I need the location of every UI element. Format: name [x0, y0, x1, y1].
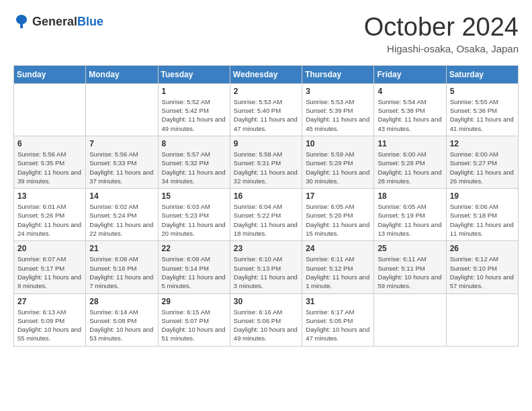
calendar-cell: 10Sunrise: 5:59 AMSunset: 5:29 PMDayligh…	[302, 136, 374, 188]
calendar-cell: 2Sunrise: 5:53 AMSunset: 5:40 PMDaylight…	[230, 83, 302, 136]
calendar-cell: 16Sunrise: 6:04 AMSunset: 5:22 PMDayligh…	[230, 189, 302, 241]
calendar-cell: 17Sunrise: 6:05 AMSunset: 5:20 PMDayligh…	[302, 189, 374, 241]
day-info: Sunrise: 6:05 AMSunset: 5:20 PMDaylight:…	[306, 202, 370, 238]
calendar-cell: 7Sunrise: 5:56 AMSunset: 5:33 PMDaylight…	[86, 136, 158, 188]
calendar-cell: 22Sunrise: 6:09 AMSunset: 5:14 PMDayligh…	[158, 241, 230, 293]
calendar-week-row: 13Sunrise: 6:01 AMSunset: 5:26 PMDayligh…	[14, 189, 519, 241]
location-title: Higashi-osaka, Osaka, Japan	[364, 43, 519, 54]
day-info: Sunrise: 6:17 AMSunset: 5:05 PMDaylight:…	[306, 308, 370, 343]
calendar-week-row: 20Sunrise: 6:07 AMSunset: 5:17 PMDayligh…	[14, 241, 519, 293]
calendar-cell	[14, 83, 86, 136]
day-number: 11	[378, 139, 442, 148]
page-header: GeneralBlue October 2024 Higashi-osaka, …	[13, 13, 519, 54]
day-info: Sunrise: 5:57 AMSunset: 5:32 PMDaylight:…	[162, 150, 226, 185]
day-number: 29	[162, 297, 226, 306]
day-info: Sunrise: 5:58 AMSunset: 5:31 PMDaylight:…	[234, 150, 298, 185]
day-number: 3	[306, 87, 370, 96]
logo-icon	[13, 13, 30, 30]
calendar-cell: 20Sunrise: 6:07 AMSunset: 5:17 PMDayligh…	[14, 241, 86, 293]
day-info: Sunrise: 5:54 AMSunset: 5:38 PMDaylight:…	[378, 97, 442, 133]
calendar-header-row: SundayMondayTuesdayWednesdayThursdayFrid…	[14, 65, 519, 83]
day-number: 12	[450, 139, 515, 148]
weekday-header: Friday	[374, 65, 446, 83]
day-info: Sunrise: 5:52 AMSunset: 5:42 PMDaylight:…	[162, 97, 226, 133]
day-number: 20	[17, 244, 82, 253]
calendar-cell: 11Sunrise: 6:00 AMSunset: 5:28 PMDayligh…	[374, 136, 446, 188]
day-info: Sunrise: 6:11 AMSunset: 5:11 PMDaylight:…	[378, 255, 442, 290]
calendar-cell	[446, 293, 518, 346]
calendar-cell: 9Sunrise: 5:58 AMSunset: 5:31 PMDaylight…	[230, 136, 302, 188]
calendar-cell: 24Sunrise: 6:11 AMSunset: 5:12 PMDayligh…	[302, 241, 374, 293]
day-number: 13	[17, 191, 82, 201]
day-number: 7	[89, 139, 154, 148]
day-number: 31	[306, 297, 370, 306]
logo-text: GeneralBlue	[32, 15, 103, 29]
day-info: Sunrise: 6:05 AMSunset: 5:19 PMDaylight:…	[378, 202, 442, 238]
day-number: 6	[17, 139, 82, 148]
calendar-week-row: 6Sunrise: 5:56 AMSunset: 5:35 PMDaylight…	[14, 136, 519, 188]
day-info: Sunrise: 6:12 AMSunset: 5:10 PMDaylight:…	[450, 255, 515, 290]
day-info: Sunrise: 6:00 AMSunset: 5:27 PMDaylight:…	[450, 150, 515, 185]
day-info: Sunrise: 6:08 AMSunset: 5:16 PMDaylight:…	[89, 255, 154, 290]
day-info: Sunrise: 6:16 AMSunset: 5:06 PMDaylight:…	[234, 308, 298, 343]
day-info: Sunrise: 5:55 AMSunset: 5:36 PMDaylight:…	[450, 97, 515, 133]
day-number: 25	[378, 244, 442, 253]
day-number: 23	[234, 244, 298, 253]
day-info: Sunrise: 6:14 AMSunset: 5:08 PMDaylight:…	[89, 308, 154, 343]
calendar-cell: 30Sunrise: 6:16 AMSunset: 5:06 PMDayligh…	[230, 293, 302, 346]
calendar-cell: 27Sunrise: 6:13 AMSunset: 5:09 PMDayligh…	[14, 293, 86, 346]
calendar-table: SundayMondayTuesdayWednesdayThursdayFrid…	[13, 65, 519, 347]
day-number: 4	[378, 87, 442, 96]
calendar-cell: 19Sunrise: 6:06 AMSunset: 5:18 PMDayligh…	[446, 189, 518, 241]
logo-general: General	[32, 15, 77, 28]
day-number: 22	[162, 244, 226, 253]
title-block: October 2024 Higashi-osaka, Osaka, Japan	[364, 13, 519, 54]
calendar-cell: 28Sunrise: 6:14 AMSunset: 5:08 PMDayligh…	[86, 293, 158, 346]
day-number: 15	[162, 191, 226, 201]
day-info: Sunrise: 6:15 AMSunset: 5:07 PMDaylight:…	[162, 308, 226, 343]
calendar-cell: 3Sunrise: 5:53 AMSunset: 5:39 PMDaylight…	[302, 83, 374, 136]
day-number: 9	[234, 139, 298, 148]
weekday-header: Wednesday	[230, 65, 302, 83]
calendar-cell: 8Sunrise: 5:57 AMSunset: 5:32 PMDaylight…	[158, 136, 230, 188]
day-info: Sunrise: 5:56 AMSunset: 5:33 PMDaylight:…	[89, 150, 154, 185]
calendar-cell: 1Sunrise: 5:52 AMSunset: 5:42 PMDaylight…	[158, 83, 230, 136]
weekday-header: Sunday	[14, 65, 86, 83]
day-info: Sunrise: 6:07 AMSunset: 5:17 PMDaylight:…	[17, 255, 82, 290]
calendar-cell: 18Sunrise: 6:05 AMSunset: 5:19 PMDayligh…	[374, 189, 446, 241]
day-number: 24	[306, 244, 370, 253]
day-info: Sunrise: 6:04 AMSunset: 5:22 PMDaylight:…	[234, 202, 298, 238]
calendar-cell: 4Sunrise: 5:54 AMSunset: 5:38 PMDaylight…	[374, 83, 446, 136]
calendar-cell: 15Sunrise: 6:03 AMSunset: 5:23 PMDayligh…	[158, 189, 230, 241]
day-number: 26	[450, 244, 515, 253]
calendar-week-row: 27Sunrise: 6:13 AMSunset: 5:09 PMDayligh…	[14, 293, 519, 346]
calendar-cell: 31Sunrise: 6:17 AMSunset: 5:05 PMDayligh…	[302, 293, 374, 346]
weekday-header: Monday	[86, 65, 158, 83]
day-number: 10	[306, 139, 370, 148]
day-number: 16	[234, 191, 298, 201]
day-number: 17	[306, 191, 370, 201]
day-info: Sunrise: 6:10 AMSunset: 5:13 PMDaylight:…	[234, 255, 298, 290]
day-info: Sunrise: 6:01 AMSunset: 5:26 PMDaylight:…	[17, 202, 82, 238]
day-info: Sunrise: 6:02 AMSunset: 5:24 PMDaylight:…	[89, 202, 154, 238]
calendar-cell: 13Sunrise: 6:01 AMSunset: 5:26 PMDayligh…	[14, 189, 86, 241]
calendar-cell: 14Sunrise: 6:02 AMSunset: 5:24 PMDayligh…	[86, 189, 158, 241]
calendar-cell: 29Sunrise: 6:15 AMSunset: 5:07 PMDayligh…	[158, 293, 230, 346]
logo: GeneralBlue	[13, 13, 103, 30]
calendar-cell: 23Sunrise: 6:10 AMSunset: 5:13 PMDayligh…	[230, 241, 302, 293]
day-info: Sunrise: 6:06 AMSunset: 5:18 PMDaylight:…	[450, 202, 515, 238]
day-number: 14	[89, 191, 154, 201]
calendar-week-row: 1Sunrise: 5:52 AMSunset: 5:42 PMDaylight…	[14, 83, 519, 136]
day-info: Sunrise: 6:09 AMSunset: 5:14 PMDaylight:…	[162, 255, 226, 290]
day-info: Sunrise: 6:11 AMSunset: 5:12 PMDaylight:…	[306, 255, 370, 290]
day-info: Sunrise: 6:00 AMSunset: 5:28 PMDaylight:…	[378, 150, 442, 185]
calendar-cell: 6Sunrise: 5:56 AMSunset: 5:35 PMDaylight…	[14, 136, 86, 188]
calendar-cell: 12Sunrise: 6:00 AMSunset: 5:27 PMDayligh…	[446, 136, 518, 188]
day-number: 18	[378, 191, 442, 201]
calendar-cell	[374, 293, 446, 346]
day-info: Sunrise: 5:53 AMSunset: 5:39 PMDaylight:…	[306, 97, 370, 133]
day-number: 19	[450, 191, 515, 201]
month-title: October 2024	[364, 13, 519, 42]
day-number: 27	[17, 297, 82, 306]
day-info: Sunrise: 5:56 AMSunset: 5:35 PMDaylight:…	[17, 150, 82, 185]
